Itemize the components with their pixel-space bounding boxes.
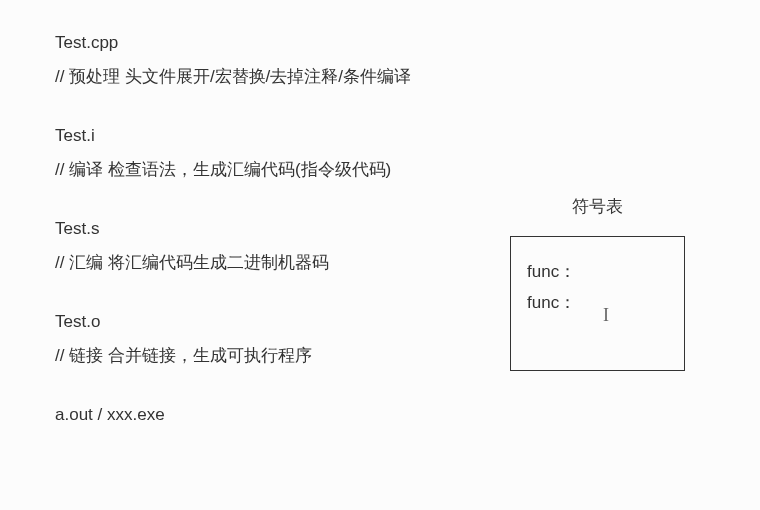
symbol-table-box: func： func： I xyxy=(510,236,685,371)
text-cursor-icon: I xyxy=(603,299,609,331)
symbol-table-title: 符号表 xyxy=(510,195,685,218)
symbol-entry: func： xyxy=(527,288,668,319)
stage-block: Test.i // 编译 检查语法，生成汇编代码(指令级代码) xyxy=(55,123,760,182)
stage-block: Test.cpp // 预处理 头文件展开/宏替换/去掉注释/条件编译 xyxy=(55,30,760,89)
stage-filename: Test.i xyxy=(55,123,760,149)
symbol-entry: func： xyxy=(527,257,668,288)
stage-block: a.out / xxx.exe xyxy=(55,402,760,428)
symbol-table: 符号表 func： func： I xyxy=(510,195,685,371)
stage-comment: // 编译 检查语法，生成汇编代码(指令级代码) xyxy=(55,157,760,183)
stage-filename: Test.cpp xyxy=(55,30,760,56)
stage-filename: a.out / xxx.exe xyxy=(55,402,760,428)
stage-comment: // 预处理 头文件展开/宏替换/去掉注释/条件编译 xyxy=(55,64,760,90)
